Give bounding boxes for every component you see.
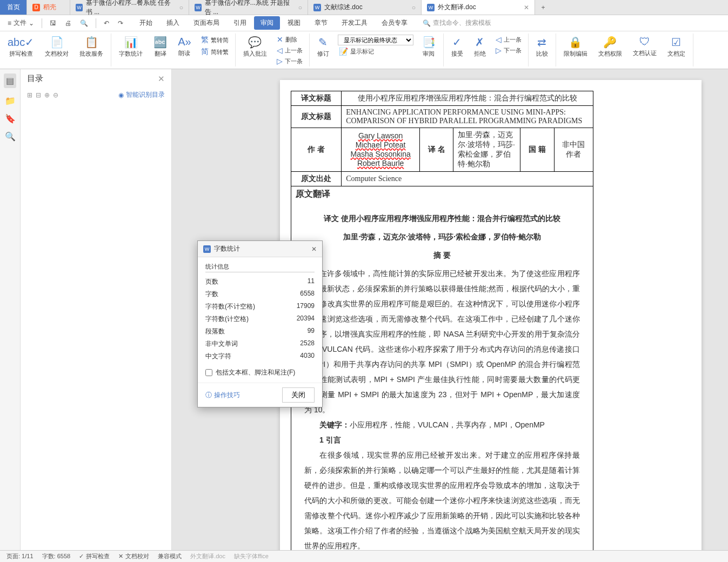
close-icon[interactable]: ○ [179,4,183,11]
stat-label: 中文字符 [205,352,231,361]
tab-label: 文献综述.doc [324,3,363,12]
label: 下一条 [504,46,522,55]
tab-review[interactable]: 审阅 [254,16,280,30]
abc-icon: abc✓ [8,36,34,49]
tab-ref[interactable]: 引用 [227,16,253,30]
add-icon[interactable]: ⊕ [44,91,50,99]
approve-button[interactable]: 📋批改服务 [77,35,105,59]
proofread-button[interactable]: 📄文档校对 [43,35,71,59]
compare-button[interactable]: ⇄比较 [534,35,550,59]
tab-view[interactable]: 视图 [281,16,307,30]
next-comment-button[interactable]: ▷下一条 [276,56,304,66]
dialog-title: 字数统计 [214,244,240,253]
next-icon: ▷ [496,46,502,55]
read-button[interactable]: A»朗读 [176,35,193,58]
tab-doc4-active[interactable]: W外文翻译.doc✕ [422,0,535,15]
label: 审阅 [423,50,435,58]
close-icon[interactable]: ○ [412,4,416,11]
simp2trad-button[interactable]: 繁繁转简 [200,35,230,45]
translate-button[interactable]: 🔤翻译 [151,35,169,59]
status-bar: 页面: 1/11 字数: 6558 ✓拼写检查 ✕文档校对 兼容模式 外文翻译.… [0,550,728,551]
tab-start[interactable]: 开始 [133,16,159,30]
tab-label: 基于微信小程序...系统 开题报告 ... [205,0,295,17]
cell-label: 原文标题 [291,106,342,128]
redo-icon[interactable]: ↷ [115,17,126,29]
document-page: 译文标题使用小程序应用程序增强应用程序性能：混合并行编程范式的比较 原文标题EN… [280,80,702,551]
document-tabs: 首页 D稻壳 W基于微信小程序...餐系统 任务书 ...○ W基于微信小程序.… [0,0,728,15]
tab-daoke[interactable]: D稻壳 [27,0,70,15]
stat-label: 段落数 [205,327,225,336]
cell-value: 使用小程序应用程序增强应用程序性能：混合并行编程范式的比较 [342,91,593,106]
auth-button[interactable]: 🛡文档认证 [631,35,659,58]
new-tab-button[interactable]: + [535,0,551,15]
tips-link[interactable]: ⓘ操作技巧 [205,391,240,400]
next-change-button[interactable]: ▷下一条 [495,45,523,55]
tab-doc3[interactable]: W文献综述.doc○ [308,0,422,15]
next-icon: ▷ [277,57,283,65]
cell-value: Computer Science [342,172,593,186]
reject-button[interactable]: ✗拒绝 [472,35,488,59]
prev-comment-button[interactable]: ◁上一条 [276,45,304,55]
cell-value: 加里·劳森，迈克尔·波塔特，玛莎·索松金娜，罗伯特·鲍尔勒 [453,128,520,172]
stat-row: 中文字符4030 [205,350,315,363]
undo-icon[interactable]: ↶ [101,17,112,29]
perm-button[interactable]: 🔑文档权限 [596,35,624,59]
revise-button[interactable]: ✎修订 [315,35,331,59]
review-pane-button[interactable]: 📑审阅 [420,35,438,59]
bookmark-icon[interactable]: 🔖 [5,113,16,124]
save-icon[interactable]: 🖫 [46,17,59,29]
close-icon[interactable]: ✕ [524,4,529,11]
stat-value: 99 [308,327,315,336]
tab-label: 外文翻译.doc [438,3,476,12]
command-search[interactable]: 🔍查找命令、搜索模板 [423,18,491,28]
label: 字数统计 [119,50,143,58]
trad2simp-button[interactable]: 简简转繁 [200,46,230,57]
prev-change-button[interactable]: ◁上一条 [495,35,523,44]
tab-dev[interactable]: 开发工具 [335,16,374,30]
finalize-button[interactable]: ☑文档定 [665,35,687,59]
smart-outline-button[interactable]: ◉智能识别目录 [118,90,165,99]
tab-doc1[interactable]: W基于微信小程序...餐系统 任务书 ...○ [70,0,189,15]
prev-icon: ◁ [496,35,502,44]
cell-authors: Gary Lawson Michael Poteat Masha Sosonki… [342,128,420,172]
label: 显示标记 [350,48,374,56]
markup-icon: 📝 [339,47,348,56]
nav-icon[interactable]: 📁 [5,96,16,106]
tab-section[interactable]: 章节 [308,16,334,30]
label: 下一条 [285,57,303,65]
tab-home[interactable]: 首页 [0,0,27,15]
stat-row: 段落数99 [205,325,315,338]
abstract-heading: 摘 要 [304,247,580,263]
label: 插入批注 [243,50,267,58]
include-footnotes-checkbox[interactable]: 包括文本框、脚注和尾注(F) [205,368,315,377]
insert-comment-button[interactable]: 💬插入批注 [241,35,269,59]
preview-icon[interactable]: 🔍 [77,17,91,29]
search-icon[interactable]: 🔍 [5,131,16,142]
close-button[interactable]: 关闭 [282,387,315,403]
delete-comment-button[interactable]: ✕删除 [276,35,304,44]
label: 操作技巧 [214,391,240,400]
restrict-button[interactable]: 🔒限制编辑 [562,35,590,59]
tab-doc2[interactable]: W基于微信小程序...系统 开题报告 ...○ [189,0,308,15]
expand-icon[interactable]: ⊞ [27,91,32,99]
spellcheck-button[interactable]: abc✓拼写检查 [5,35,36,59]
checkbox-input[interactable] [205,369,212,376]
outline-icon[interactable]: ▤ [4,73,16,88]
wordcount-button[interactable]: 📊字数统计 [117,35,145,59]
markup-state-select[interactable]: 显示标记的最终状态 [338,35,413,45]
dialog-header[interactable]: W 字数统计 ✕ [198,241,322,257]
close-icon[interactable]: ○ [298,4,302,11]
menu-button[interactable]: ≡ 文件 ⌄ [4,16,37,30]
remove-icon[interactable]: ⊖ [53,91,58,99]
show-markup-button[interactable]: 📝显示标记 [338,46,413,56]
stat-value: 4030 [300,352,315,361]
tab-layout[interactable]: 页面布局 [187,16,226,30]
tab-vip[interactable]: 会员专享 [375,16,414,30]
label: 限制编辑 [564,50,587,58]
print-icon[interactable]: 🖨 [62,17,75,29]
close-icon[interactable]: ✕ [311,245,317,253]
accept-button[interactable]: ✓接受 [449,35,465,59]
collapse-icon[interactable]: ⊟ [36,91,41,99]
tab-insert[interactable]: 插入 [160,16,186,30]
close-panel-icon[interactable]: ✕ [158,74,165,84]
